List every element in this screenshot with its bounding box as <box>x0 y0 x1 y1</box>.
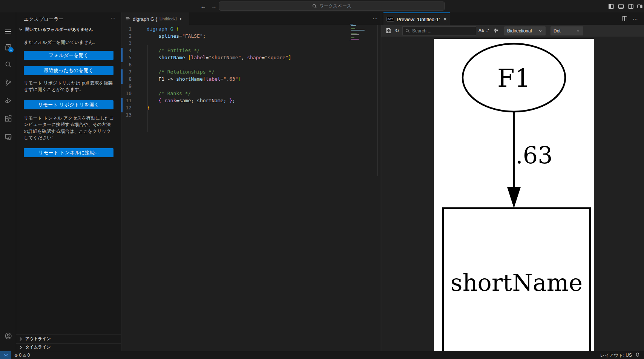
refresh-icon[interactable]: ↻ <box>394 27 400 34</box>
forward-arrow-icon[interactable]: → <box>210 2 218 10</box>
modified-dot-icon[interactable]: ● <box>179 17 181 21</box>
search-icon <box>405 29 410 33</box>
layout-status-item[interactable]: レイアウト: US <box>600 351 632 359</box>
connect-tunnel-button[interactable]: リモート トンネルに接続... <box>24 148 113 157</box>
remote-repo-text: リモート リポジトリまたは pull 要求を複製せずに開くことができます。 <box>24 80 114 93</box>
tab-description: Untitled-1 <box>159 17 177 21</box>
graph-preview-body[interactable]: F1 .63 shortName <box>381 37 644 351</box>
run-and-debug-icon[interactable] <box>0 93 16 108</box>
code-line[interactable]: 2 splines="FALSE"; <box>121 32 381 40</box>
preview-tab-title: Preview: 'Untitled-1' <box>397 17 440 22</box>
preview-more-actions-icon[interactable]: ⋯ <box>633 16 638 22</box>
code-line[interactable]: 6 <box>121 61 381 68</box>
tab-preview-untitled-1[interactable]: DOT Preview: 'Untitled-1' ✕ <box>383 12 450 25</box>
code-line[interactable]: 7 /* Relationships */ <box>121 68 381 75</box>
notifications-bell-icon[interactable] <box>635 352 641 358</box>
remote-indicator[interactable]: >< <box>0 351 11 359</box>
remote-explorer-icon[interactable] <box>0 129 16 144</box>
chevron-down-icon <box>18 26 24 32</box>
graph-node-shortname-label: shortName <box>451 269 583 296</box>
match-case-icon[interactable]: Aa <box>478 28 484 32</box>
sidebar-section-header[interactable]: 開いているフォルダーがありません <box>16 25 121 34</box>
menu-icon[interactable] <box>0 24 16 39</box>
code-line[interactable]: 11 { rank=same; shortName; }; <box>121 97 381 104</box>
editor-scrollbar-track <box>377 25 378 176</box>
explorer-sidebar: エクスプローラー ⋯ 開いているフォルダーがありません まだフォルダーを開いてい… <box>16 12 121 351</box>
remote-icon: >< <box>4 353 8 357</box>
editor-group: digraph G { Untitled-1 ● ⋯ 1digraph G {2… <box>121 12 381 351</box>
code-line[interactable]: 1digraph G { <box>121 25 381 32</box>
section-header-label: 開いているフォルダーがありません <box>25 27 93 32</box>
chevron-down-icon <box>538 29 543 33</box>
chevron-right-icon <box>18 336 24 342</box>
graph-node-f1-label: F1 <box>497 64 531 93</box>
graph-edge-label: .63 <box>515 141 553 169</box>
outline-section[interactable]: アウトライン <box>16 334 121 343</box>
modified-gutter-indicator <box>121 48 123 62</box>
toggle-panel-icon[interactable] <box>618 3 624 9</box>
code-line[interactable]: 10 /* Ranks */ <box>121 90 381 97</box>
problems-status-item[interactable]: ⊗ 0 ⚠ 0 <box>14 351 30 359</box>
close-icon[interactable]: ✕ <box>443 17 447 22</box>
minimap[interactable] <box>350 24 369 58</box>
command-center-search[interactable]: ワークスペース <box>219 2 445 11</box>
graph-canvas[interactable]: F1 .63 shortName <box>434 39 594 351</box>
code-line[interactable]: 3 <box>121 40 381 47</box>
preview-tab-bar: DOT Preview: 'Untitled-1' ✕ ⋯ <box>381 12 644 25</box>
open-folder-button[interactable]: フォルダーを開く <box>24 51 113 60</box>
warning-count: 0 <box>28 353 30 358</box>
code-line[interactable]: 8 F1 -> shortName[label=".63"] <box>121 75 381 83</box>
toggle-sidebar-icon[interactable] <box>608 3 614 9</box>
no-folder-text: まだフォルダーを開いていません。 <box>24 39 114 46</box>
toggle-secondary-sidebar-icon[interactable] <box>627 3 634 9</box>
search-options-icon[interactable] <box>493 27 500 34</box>
graph-arrowhead <box>507 187 521 208</box>
preview-search-input[interactable]: Search ... <box>402 26 476 35</box>
remote-tunnel-text: リモート トンネル アクセスを有効にしたコンピューターに接続する場合や、その方法… <box>24 115 114 141</box>
title-bar: ← → ワークスペース <box>0 0 644 12</box>
layout-label: レイアウト: US <box>600 352 632 359</box>
open-recent-button[interactable]: 最近使ったものを開く <box>24 66 113 75</box>
search-placeholder: Search ... <box>412 28 431 34</box>
warning-icon: ⚠ <box>23 353 26 358</box>
sidebar-title: エクスプローラー <box>24 16 64 23</box>
timeline-section[interactable]: タイムライン <box>16 343 121 351</box>
code-line[interactable]: 12} <box>121 104 381 111</box>
accounts-icon[interactable] <box>0 328 16 344</box>
file-icon <box>125 16 130 21</box>
tab-title: digraph G { <box>133 16 157 22</box>
editor-tab-bar: digraph G { Untitled-1 ● ⋯ <box>121 12 381 25</box>
direction-select-value: Bidirectional <box>507 28 532 34</box>
sidebar-more-icon[interactable]: ⋯ <box>110 15 116 21</box>
code-editor[interactable]: 1digraph G {2 splines="FALSE";34 /* Enti… <box>121 25 381 351</box>
direction-select[interactable]: Bidirectional <box>504 26 546 35</box>
sidebar-header: エクスプローラー ⋯ <box>16 12 121 25</box>
chevron-right-icon <box>18 344 24 350</box>
customize-layout-icon[interactable] <box>636 3 643 9</box>
error-count: 0 <box>19 353 21 358</box>
source-control-icon[interactable] <box>0 75 16 90</box>
extensions-icon[interactable] <box>0 111 16 126</box>
chevron-down-icon <box>576 29 580 33</box>
activity-bar: 1 <box>0 12 16 351</box>
explorer-badge: 1 <box>8 47 14 52</box>
code-line[interactable]: 9 <box>121 83 381 90</box>
dot-file-icon: DOT <box>386 17 394 21</box>
preview-toolbar: ↻ Search ... Aa .* Bidirectional Dot <box>381 25 644 37</box>
open-remote-repo-button[interactable]: リモート リポジトリを開く <box>24 100 113 109</box>
search-view-icon[interactable] <box>0 57 16 72</box>
engine-select[interactable]: Dot <box>550 26 583 35</box>
status-bar: >< ⊗ 0 ⚠ 0 レイアウト: US <box>0 351 644 359</box>
regex-icon[interactable]: .* <box>486 28 489 32</box>
split-editor-icon[interactable] <box>622 16 627 23</box>
code-line[interactable]: 5 shortName [label="shortName", shape="s… <box>121 54 381 61</box>
back-arrow-icon[interactable]: ← <box>199 2 207 10</box>
modified-gutter-indicator <box>121 98 123 112</box>
preview-editor-group: DOT Preview: 'Untitled-1' ✕ ⋯ ↻ Search .… <box>381 12 644 351</box>
editor-actions-more-icon[interactable]: ⋯ <box>373 15 378 21</box>
tab-digraph-untitled-1[interactable]: digraph G { Untitled-1 ● <box>121 12 189 25</box>
code-line[interactable]: 13 <box>121 111 381 118</box>
save-icon[interactable] <box>385 27 392 34</box>
code-line[interactable]: 4 /* Entities */ <box>121 47 381 54</box>
explorer-icon[interactable]: 1 <box>0 40 16 55</box>
